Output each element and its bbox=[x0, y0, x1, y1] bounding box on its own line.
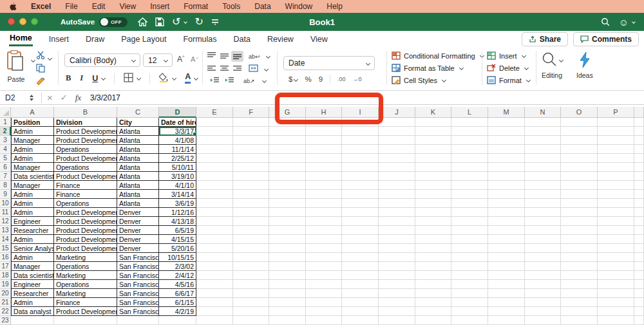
cell-I7[interactable] bbox=[342, 172, 379, 181]
cell-I15[interactable] bbox=[342, 244, 379, 253]
cell-B1[interactable]: Division bbox=[54, 118, 117, 127]
cell-K23[interactable] bbox=[415, 316, 451, 325]
cell-D7[interactable]: 3/19/10 bbox=[159, 172, 196, 181]
cell-B21[interactable]: Finance bbox=[54, 298, 117, 307]
cell-J23[interactable] bbox=[379, 316, 415, 325]
cell-B5[interactable]: Product Development bbox=[54, 154, 117, 163]
row-header-4[interactable]: 4 bbox=[0, 145, 11, 154]
paste-dropdown-chevron[interactable] bbox=[31, 58, 35, 62]
cell-J19[interactable] bbox=[379, 280, 415, 289]
cell-K8[interactable] bbox=[415, 181, 451, 190]
cell-N12[interactable] bbox=[525, 217, 561, 226]
cell-P12[interactable] bbox=[598, 217, 634, 226]
cell-C22[interactable]: San Francisco bbox=[117, 307, 159, 316]
menu-view[interactable]: View bbox=[119, 2, 136, 11]
cell-H17[interactable] bbox=[306, 262, 342, 271]
cell-O7[interactable] bbox=[561, 172, 598, 181]
menu-insert[interactable]: Insert bbox=[150, 2, 169, 11]
font-color-chevron[interactable] bbox=[194, 76, 198, 80]
merge-center-icon[interactable] bbox=[249, 64, 258, 73]
format-painter-icon[interactable] bbox=[36, 77, 46, 87]
cell-C18[interactable]: San Francisco bbox=[117, 271, 159, 280]
comments-button[interactable]: Comments bbox=[573, 32, 639, 46]
cell-H9[interactable] bbox=[306, 190, 342, 199]
cell-E18[interactable] bbox=[196, 271, 233, 280]
cell-K6[interactable] bbox=[415, 163, 451, 172]
cell-G3[interactable] bbox=[269, 136, 306, 145]
cell-K3[interactable] bbox=[415, 136, 451, 145]
cell-P18[interactable] bbox=[598, 271, 634, 280]
currency-format-button[interactable]: $ bbox=[289, 75, 292, 83]
cell-P15[interactable] bbox=[598, 244, 634, 253]
cell-G1[interactable] bbox=[269, 118, 306, 127]
row-header-22[interactable]: 22 bbox=[0, 307, 11, 316]
cell-J5[interactable] bbox=[379, 154, 415, 163]
cell-L7[interactable] bbox=[451, 172, 488, 181]
cell-H2[interactable] bbox=[306, 127, 342, 136]
row-header-19[interactable]: 19 bbox=[0, 280, 11, 289]
cell-H6[interactable] bbox=[306, 163, 342, 172]
column-header-N[interactable]: N bbox=[525, 107, 561, 118]
cell-G10[interactable] bbox=[269, 199, 306, 208]
number-format-dropdown[interactable]: Date bbox=[283, 56, 375, 70]
cell-A22[interactable]: Data analyst bbox=[11, 307, 54, 316]
row-header-3[interactable]: 3 bbox=[0, 136, 11, 145]
cell-L20[interactable] bbox=[451, 289, 488, 298]
row-header-6[interactable]: 6 bbox=[0, 163, 11, 172]
cell-H16[interactable] bbox=[306, 253, 342, 262]
cell-M15[interactable] bbox=[488, 244, 525, 253]
row-header-5[interactable]: 5 bbox=[0, 154, 11, 163]
column-header-F[interactable]: F bbox=[233, 107, 269, 118]
cell-N23[interactable] bbox=[525, 316, 561, 325]
cell-D11[interactable]: 1/12/16 bbox=[159, 208, 196, 217]
tab-page-layout[interactable]: Page Layout bbox=[120, 33, 167, 46]
cell-J21[interactable] bbox=[379, 298, 415, 307]
cell-G9[interactable] bbox=[269, 190, 306, 199]
cell-I5[interactable] bbox=[342, 154, 379, 163]
cell-E5[interactable] bbox=[196, 154, 233, 163]
cell-C17[interactable]: San Francisco bbox=[117, 262, 159, 271]
cell-H5[interactable] bbox=[306, 154, 342, 163]
cell-N17[interactable] bbox=[525, 262, 561, 271]
cancel-entry-icon[interactable]: × bbox=[47, 92, 53, 103]
cell-B2[interactable]: Product Development bbox=[54, 127, 117, 136]
tab-insert[interactable]: Insert bbox=[48, 33, 70, 46]
cell-A21[interactable]: Admin bbox=[11, 298, 54, 307]
column-header-M[interactable]: M bbox=[488, 107, 525, 118]
account-smiley-icon[interactable]: ☺ bbox=[619, 17, 629, 27]
cell-O18[interactable] bbox=[561, 271, 598, 280]
cell-L14[interactable] bbox=[451, 235, 488, 244]
cell-M7[interactable] bbox=[488, 172, 525, 181]
column-header-G[interactable]: G bbox=[269, 107, 306, 118]
cell-K13[interactable] bbox=[415, 226, 451, 235]
cell-O19[interactable] bbox=[561, 280, 598, 289]
cell-C11[interactable]: Denver bbox=[117, 208, 159, 217]
cell-C19[interactable]: San Francisco bbox=[117, 280, 159, 289]
cell-styles-button[interactable]: Cell Styles bbox=[392, 76, 446, 84]
cell-E22[interactable] bbox=[196, 307, 233, 316]
cell-G22[interactable] bbox=[269, 307, 306, 316]
cell-I13[interactable] bbox=[342, 226, 379, 235]
cell-O20[interactable] bbox=[561, 289, 598, 298]
redo-icon[interactable]: ↻ bbox=[194, 17, 203, 27]
cell-D21[interactable]: 6/1/15 bbox=[159, 298, 196, 307]
cell-M23[interactable] bbox=[488, 316, 525, 325]
cell-C9[interactable]: Atlanta bbox=[117, 190, 159, 199]
cell-C10[interactable]: Atlanta bbox=[117, 199, 159, 208]
cell-H12[interactable] bbox=[306, 217, 342, 226]
cell-M22[interactable] bbox=[488, 307, 525, 316]
cell-N9[interactable] bbox=[525, 190, 561, 199]
cell-N1[interactable] bbox=[525, 118, 561, 127]
fill-color-icon[interactable] bbox=[159, 73, 169, 84]
cell-G21[interactable] bbox=[269, 298, 306, 307]
cell-L2[interactable] bbox=[451, 127, 488, 136]
column-header-L[interactable]: L bbox=[451, 107, 488, 118]
save-icon[interactable] bbox=[155, 17, 164, 26]
cell-I9[interactable] bbox=[342, 190, 379, 199]
format-cells-button[interactable]: Format bbox=[487, 76, 530, 84]
menu-data[interactable]: Data bbox=[254, 2, 270, 11]
cell-E20[interactable] bbox=[196, 289, 233, 298]
cell-A6[interactable]: Manager bbox=[11, 163, 54, 172]
cell-D16[interactable]: 10/15/15 bbox=[159, 253, 196, 262]
cell-O6[interactable] bbox=[561, 163, 598, 172]
